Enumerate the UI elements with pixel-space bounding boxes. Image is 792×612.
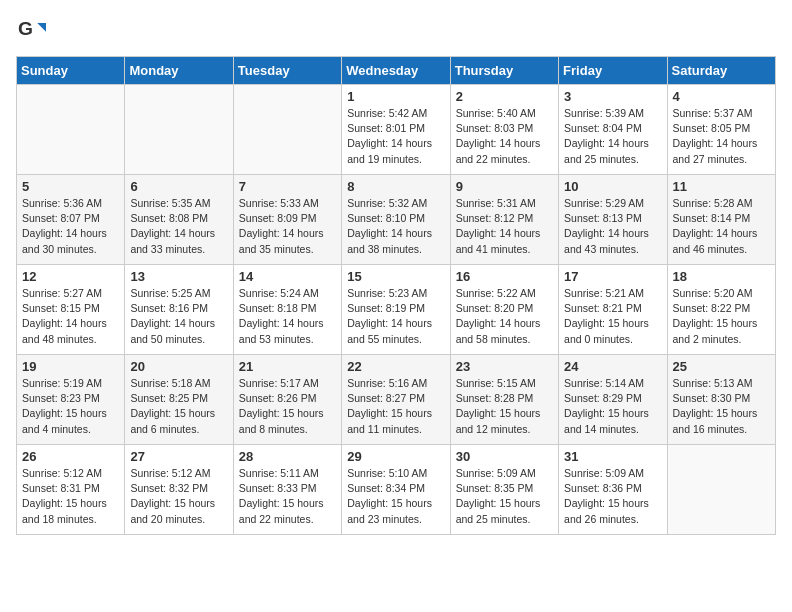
day-number: 15 — [347, 269, 444, 284]
calendar-cell: 29Sunrise: 5:10 AMSunset: 8:34 PMDayligh… — [342, 445, 450, 535]
day-info: Sunrise: 5:18 AMSunset: 8:25 PMDaylight:… — [130, 376, 227, 437]
day-info: Sunrise: 5:09 AMSunset: 8:36 PMDaylight:… — [564, 466, 661, 527]
day-number: 2 — [456, 89, 553, 104]
calendar-cell: 22Sunrise: 5:16 AMSunset: 8:27 PMDayligh… — [342, 355, 450, 445]
calendar-cell: 23Sunrise: 5:15 AMSunset: 8:28 PMDayligh… — [450, 355, 558, 445]
calendar-cell — [667, 445, 775, 535]
day-number: 22 — [347, 359, 444, 374]
day-info: Sunrise: 5:24 AMSunset: 8:18 PMDaylight:… — [239, 286, 336, 347]
svg-marker-1 — [37, 23, 46, 32]
calendar-cell: 19Sunrise: 5:19 AMSunset: 8:23 PMDayligh… — [17, 355, 125, 445]
day-info: Sunrise: 5:40 AMSunset: 8:03 PMDaylight:… — [456, 106, 553, 167]
day-number: 24 — [564, 359, 661, 374]
calendar-cell: 7Sunrise: 5:33 AMSunset: 8:09 PMDaylight… — [233, 175, 341, 265]
day-number: 30 — [456, 449, 553, 464]
day-number: 10 — [564, 179, 661, 194]
day-info: Sunrise: 5:21 AMSunset: 8:21 PMDaylight:… — [564, 286, 661, 347]
calendar-week-row: 12Sunrise: 5:27 AMSunset: 8:15 PMDayligh… — [17, 265, 776, 355]
col-sunday: Sunday — [17, 57, 125, 85]
day-info: Sunrise: 5:32 AMSunset: 8:10 PMDaylight:… — [347, 196, 444, 257]
day-info: Sunrise: 5:36 AMSunset: 8:07 PMDaylight:… — [22, 196, 119, 257]
calendar-cell: 10Sunrise: 5:29 AMSunset: 8:13 PMDayligh… — [559, 175, 667, 265]
day-info: Sunrise: 5:20 AMSunset: 8:22 PMDaylight:… — [673, 286, 770, 347]
calendar-cell: 30Sunrise: 5:09 AMSunset: 8:35 PMDayligh… — [450, 445, 558, 535]
day-info: Sunrise: 5:27 AMSunset: 8:15 PMDaylight:… — [22, 286, 119, 347]
day-number: 27 — [130, 449, 227, 464]
calendar-cell: 18Sunrise: 5:20 AMSunset: 8:22 PMDayligh… — [667, 265, 775, 355]
day-info: Sunrise: 5:22 AMSunset: 8:20 PMDaylight:… — [456, 286, 553, 347]
day-number: 29 — [347, 449, 444, 464]
calendar-cell: 5Sunrise: 5:36 AMSunset: 8:07 PMDaylight… — [17, 175, 125, 265]
day-info: Sunrise: 5:12 AMSunset: 8:32 PMDaylight:… — [130, 466, 227, 527]
calendar-cell: 28Sunrise: 5:11 AMSunset: 8:33 PMDayligh… — [233, 445, 341, 535]
day-info: Sunrise: 5:29 AMSunset: 8:13 PMDaylight:… — [564, 196, 661, 257]
col-wednesday: Wednesday — [342, 57, 450, 85]
calendar-cell — [233, 85, 341, 175]
day-info: Sunrise: 5:13 AMSunset: 8:30 PMDaylight:… — [673, 376, 770, 437]
day-info: Sunrise: 5:39 AMSunset: 8:04 PMDaylight:… — [564, 106, 661, 167]
logo-icon: G — [18, 16, 46, 44]
day-number: 8 — [347, 179, 444, 194]
day-number: 4 — [673, 89, 770, 104]
day-number: 3 — [564, 89, 661, 104]
calendar-week-row: 1Sunrise: 5:42 AMSunset: 8:01 PMDaylight… — [17, 85, 776, 175]
calendar-cell: 6Sunrise: 5:35 AMSunset: 8:08 PMDaylight… — [125, 175, 233, 265]
day-number: 23 — [456, 359, 553, 374]
day-number: 28 — [239, 449, 336, 464]
day-number: 12 — [22, 269, 119, 284]
col-friday: Friday — [559, 57, 667, 85]
calendar-cell: 27Sunrise: 5:12 AMSunset: 8:32 PMDayligh… — [125, 445, 233, 535]
calendar-week-row: 19Sunrise: 5:19 AMSunset: 8:23 PMDayligh… — [17, 355, 776, 445]
day-info: Sunrise: 5:28 AMSunset: 8:14 PMDaylight:… — [673, 196, 770, 257]
calendar-cell: 25Sunrise: 5:13 AMSunset: 8:30 PMDayligh… — [667, 355, 775, 445]
day-info: Sunrise: 5:25 AMSunset: 8:16 PMDaylight:… — [130, 286, 227, 347]
calendar-cell: 17Sunrise: 5:21 AMSunset: 8:21 PMDayligh… — [559, 265, 667, 355]
day-info: Sunrise: 5:09 AMSunset: 8:35 PMDaylight:… — [456, 466, 553, 527]
day-number: 18 — [673, 269, 770, 284]
day-number: 7 — [239, 179, 336, 194]
page-header: G — [16, 16, 776, 44]
calendar-cell — [17, 85, 125, 175]
calendar-cell: 31Sunrise: 5:09 AMSunset: 8:36 PMDayligh… — [559, 445, 667, 535]
day-number: 17 — [564, 269, 661, 284]
calendar-header-row: Sunday Monday Tuesday Wednesday Thursday… — [17, 57, 776, 85]
col-saturday: Saturday — [667, 57, 775, 85]
calendar-cell: 11Sunrise: 5:28 AMSunset: 8:14 PMDayligh… — [667, 175, 775, 265]
day-info: Sunrise: 5:31 AMSunset: 8:12 PMDaylight:… — [456, 196, 553, 257]
day-info: Sunrise: 5:37 AMSunset: 8:05 PMDaylight:… — [673, 106, 770, 167]
day-info: Sunrise: 5:15 AMSunset: 8:28 PMDaylight:… — [456, 376, 553, 437]
calendar-cell: 21Sunrise: 5:17 AMSunset: 8:26 PMDayligh… — [233, 355, 341, 445]
day-info: Sunrise: 5:14 AMSunset: 8:29 PMDaylight:… — [564, 376, 661, 437]
day-number: 6 — [130, 179, 227, 194]
day-info: Sunrise: 5:17 AMSunset: 8:26 PMDaylight:… — [239, 376, 336, 437]
calendar-cell: 14Sunrise: 5:24 AMSunset: 8:18 PMDayligh… — [233, 265, 341, 355]
day-number: 5 — [22, 179, 119, 194]
calendar-cell: 4Sunrise: 5:37 AMSunset: 8:05 PMDaylight… — [667, 85, 775, 175]
day-number: 11 — [673, 179, 770, 194]
day-info: Sunrise: 5:42 AMSunset: 8:01 PMDaylight:… — [347, 106, 444, 167]
calendar-cell: 15Sunrise: 5:23 AMSunset: 8:19 PMDayligh… — [342, 265, 450, 355]
day-number: 14 — [239, 269, 336, 284]
col-monday: Monday — [125, 57, 233, 85]
day-number: 26 — [22, 449, 119, 464]
day-info: Sunrise: 5:11 AMSunset: 8:33 PMDaylight:… — [239, 466, 336, 527]
day-info: Sunrise: 5:33 AMSunset: 8:09 PMDaylight:… — [239, 196, 336, 257]
logo: G — [16, 16, 46, 44]
calendar-week-row: 5Sunrise: 5:36 AMSunset: 8:07 PMDaylight… — [17, 175, 776, 265]
calendar-cell: 20Sunrise: 5:18 AMSunset: 8:25 PMDayligh… — [125, 355, 233, 445]
calendar-cell: 16Sunrise: 5:22 AMSunset: 8:20 PMDayligh… — [450, 265, 558, 355]
calendar-cell: 26Sunrise: 5:12 AMSunset: 8:31 PMDayligh… — [17, 445, 125, 535]
calendar-cell: 1Sunrise: 5:42 AMSunset: 8:01 PMDaylight… — [342, 85, 450, 175]
calendar-cell: 24Sunrise: 5:14 AMSunset: 8:29 PMDayligh… — [559, 355, 667, 445]
day-number: 20 — [130, 359, 227, 374]
svg-text:G: G — [18, 18, 33, 39]
calendar-cell: 2Sunrise: 5:40 AMSunset: 8:03 PMDaylight… — [450, 85, 558, 175]
day-number: 21 — [239, 359, 336, 374]
day-number: 13 — [130, 269, 227, 284]
day-info: Sunrise: 5:35 AMSunset: 8:08 PMDaylight:… — [130, 196, 227, 257]
calendar-cell — [125, 85, 233, 175]
col-tuesday: Tuesday — [233, 57, 341, 85]
calendar-cell: 3Sunrise: 5:39 AMSunset: 8:04 PMDaylight… — [559, 85, 667, 175]
day-info: Sunrise: 5:19 AMSunset: 8:23 PMDaylight:… — [22, 376, 119, 437]
day-number: 1 — [347, 89, 444, 104]
